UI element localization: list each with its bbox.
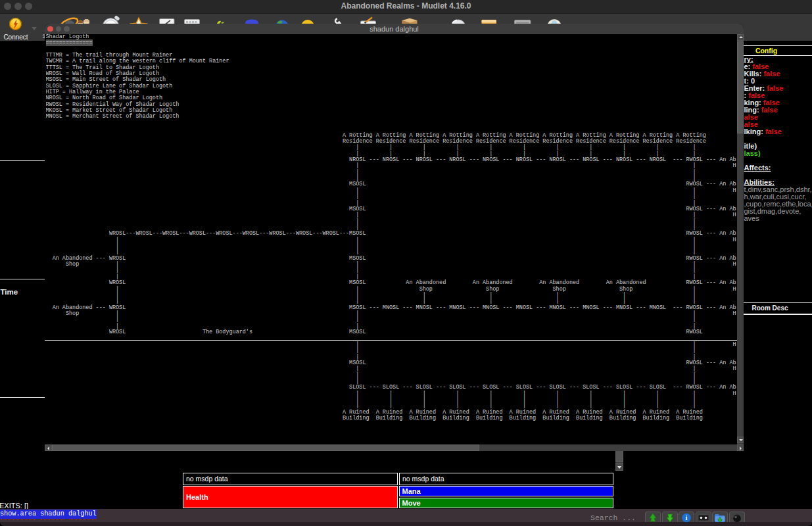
svg-text:i: i	[686, 514, 688, 521]
